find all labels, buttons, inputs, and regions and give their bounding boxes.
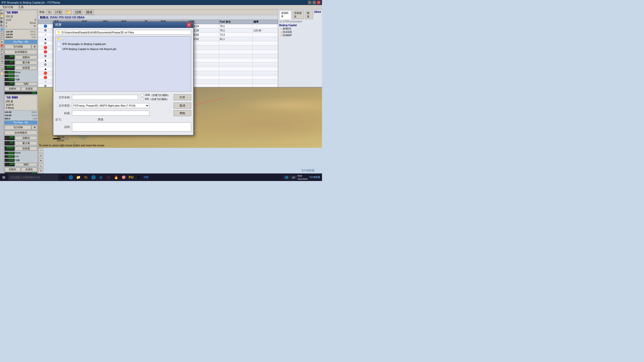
- ap2-alt-btn[interactable]: 抬高度: [15, 147, 37, 151]
- taskbar-app4[interactable]: 🎯: [120, 174, 127, 180]
- ap-alt-btn[interactable]: 抬高度: [15, 66, 37, 70]
- flyplan2-btn[interactable]: Fly Plan - M1: [5, 121, 37, 124]
- tab-approach[interactable]: 仪表进近: [292, 11, 304, 19]
- autopilot-btn[interactable]: 飞行控制: [5, 44, 31, 49]
- unknown-u-btn[interactable]: U: [39, 153, 43, 158]
- dialog-file-list[interactable]: 📁 .. 📄IFR Shuangliu to Beijing Capital.p…: [55, 36, 191, 92]
- lt-btn-desc[interactable]: 描述: [0, 22, 4, 26]
- taskbar-app3[interactable]: 🔥: [113, 174, 119, 180]
- autogear2-btn[interactable]: 自动驾驶仪: [5, 130, 37, 135]
- lt-btn-img11[interactable]: ⚙: [0, 68, 4, 71]
- nav1-2-row: 110.30 NAV1: [5, 111, 37, 113]
- taskbar-ie[interactable]: 🌐: [90, 174, 97, 180]
- ap-appr-btn[interactable]: 友航向: [5, 87, 21, 91]
- search-bar[interactable]: [8, 174, 58, 180]
- ap-appr2-btn[interactable]: 自进近: [21, 87, 37, 91]
- lt-btn-img2[interactable]: ⊙: [0, 32, 4, 35]
- lt-btn-img3[interactable]: ↩: [0, 36, 4, 39]
- taskbar-p3d[interactable]: P3D: [143, 174, 149, 180]
- dialog-cancel-btn[interactable]: 取消: [174, 103, 191, 109]
- volume-btn[interactable]: 🔊: [291, 175, 297, 179]
- process-btn[interactable]: 过程: [74, 10, 83, 15]
- lt-btn-compass[interactable]: 🧭: [0, 72, 4, 75]
- arrival-item-label: DUGEB: [283, 31, 292, 33]
- dialog-close-btn[interactable]: ✕: [187, 23, 191, 27]
- menu-item-tools[interactable]: 工具: [17, 5, 25, 9]
- lt-btn-img10[interactable]: ↩: [0, 64, 4, 67]
- ap-hdg-btn[interactable]: 抬航向: [15, 55, 37, 59]
- ap2-nav-btn[interactable]: NAV: [15, 163, 37, 166]
- ap-bank-btn[interactable]: 最大角: [15, 61, 37, 65]
- network-btn[interactable]: 🌐: [284, 175, 290, 179]
- settings-btn[interactable]: S: [39, 168, 43, 173]
- taskbar-taskview[interactable]: ⧉: [60, 174, 66, 180]
- up-btn[interactable]: △: [39, 163, 43, 168]
- left-toolbar: 计划 📂 过程 描述 🔷 ⊙ ↩ ▲ 🔴 ⚙ ▲ ⚙ ⚙ ↩ ⚙ 🧭: [0, 10, 4, 173]
- taskbar-right: 🌐 🔊 时间 2021/9/24 飞行者联盟: [284, 174, 322, 180]
- ap2-appr-btn[interactable]: 友航向: [5, 167, 21, 171]
- taskbar-app5[interactable]: 🖥: [135, 174, 142, 180]
- col-freq[interactable]: 频率: [253, 20, 278, 24]
- open-btn[interactable]: 📂: [65, 10, 72, 14]
- comment-input[interactable]: [72, 122, 191, 131]
- ap-nav2: 315: [5, 92, 37, 94]
- autogear-btn[interactable]: 自动驾驶仪: [5, 50, 37, 54]
- lt-btn-img5[interactable]: 🔴: [0, 44, 4, 47]
- minimize-btn[interactable]: ─: [308, 1, 311, 4]
- ap2-vs: 0000: [5, 152, 15, 154]
- ifr-radio[interactable]: [141, 98, 144, 101]
- close-btn[interactable]: ✕: [317, 1, 320, 4]
- flyplan-btn[interactable]: Fly Plan - M1: [5, 40, 37, 44]
- vfr-radio[interactable]: [141, 94, 144, 97]
- taskbar-store[interactable]: 🛍: [83, 174, 89, 180]
- wp-freq: [253, 71, 278, 75]
- start-button[interactable]: ⊞: [0, 173, 8, 181]
- ap2-appr2-btn[interactable]: 自进近: [21, 167, 37, 171]
- ap2-hdg-btn[interactable]: 抬航向: [15, 136, 37, 140]
- taskbar: ⊞ ⧉ 🌐 📁 🛍 🌐 ◎ ⬡ 🔥 🎯 FU 🖥 P3D 🌐 🔊 时间 2021…: [0, 173, 322, 181]
- zoom-in-btn[interactable]: +: [39, 148, 43, 153]
- arrival-item[interactable]: ★AVBOX: [279, 27, 321, 30]
- taskbar-edge[interactable]: 🌐: [67, 174, 74, 180]
- menu-item-flightplan[interactable]: 飞行计划: [1, 5, 14, 9]
- arrival-item[interactable]: ★DUGEB: [279, 30, 321, 34]
- describe-btn[interactable]: 描述: [85, 10, 94, 15]
- dialog-file-item[interactable]: 📄VFR Beijing Capital to Baiyun Intl Airp…: [56, 47, 191, 52]
- tab-runway[interactable]: 跑道: [305, 11, 313, 19]
- dialog-file-item[interactable]: 📄IFR Shuangliu to Beijing Capital.pln: [56, 41, 191, 47]
- lt-btn-img1[interactable]: 🔷: [0, 28, 4, 31]
- lt-btn-img7[interactable]: ▲: [0, 52, 4, 55]
- col-fuel[interactable]: Fuel 加仑: [219, 20, 253, 24]
- autopilot2-icon[interactable]: 米: [32, 125, 37, 130]
- ap2-bank-btn[interactable]: 最大角: [15, 141, 37, 145]
- wp-icon: ⚙: [38, 54, 53, 58]
- autopilot-icon-btn[interactable]: 米: [32, 44, 37, 49]
- lt-btn-img6[interactable]: ⚙: [0, 48, 4, 51]
- wp-icon: ⚙: [38, 84, 53, 87]
- taskbar-app1[interactable]: ◎: [98, 174, 104, 180]
- north-btn[interactable]: N: [39, 158, 43, 163]
- taskbar-folder[interactable]: 📁: [75, 174, 82, 180]
- left-panel: 飞机 智能8 200 度 1625 ft 0 ft/min 0 节 110.30…: [4, 10, 38, 173]
- arrival-item[interactable]: ★DUMAP: [279, 34, 321, 37]
- dialog-titlebar[interactable]: 打开 ✕: [53, 22, 193, 28]
- lt-btn-img9[interactable]: ⚙: [0, 60, 4, 63]
- wp-fuel: [219, 71, 253, 75]
- lt-btn-plan[interactable]: 计划: [0, 10, 4, 14]
- tab-arrival[interactable]: 进场程序: [279, 11, 291, 19]
- filename-input[interactable]: [72, 95, 138, 100]
- filetype-select[interactable]: FSTramp, Prepar3D, MSFS flight plan file…: [72, 103, 149, 108]
- taskbar-app2[interactable]: ⬡: [105, 174, 112, 180]
- autopilot2-btn[interactable]: 飞行控制: [5, 125, 31, 130]
- lt-btn-img8[interactable]: ⚙: [0, 56, 4, 59]
- plan-btn[interactable]: 计划: [54, 10, 63, 15]
- taskbar-fu[interactable]: FU: [128, 174, 134, 180]
- ap-nav-btn[interactable]: NAV: [15, 82, 37, 85]
- title-input[interactable]: [72, 111, 149, 116]
- dialog-open-btn[interactable]: 打开: [174, 94, 191, 100]
- az-btn[interactable]: ½: [47, 10, 52, 14]
- maximize-btn[interactable]: □: [312, 1, 316, 4]
- dialog-help-btn[interactable]: 帮助: [174, 110, 191, 116]
- lt-btn-img4[interactable]: ▲: [0, 40, 4, 43]
- dialog-parent-dir[interactable]: 📁 ..: [56, 36, 191, 41]
